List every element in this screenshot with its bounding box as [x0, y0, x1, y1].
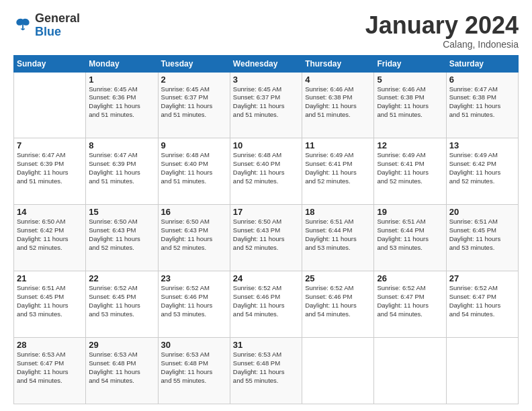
day-number: 13	[449, 140, 515, 150]
day-number: 23	[161, 273, 227, 283]
day-info: Sunrise: 6:52 AM Sunset: 6:46 PM Dayligh…	[233, 284, 299, 318]
day-number: 9	[161, 140, 227, 150]
day-number: 7	[17, 140, 83, 150]
weekday-header-tuesday: Tuesday	[158, 55, 230, 72]
day-cell	[302, 338, 374, 404]
day-info: Sunrise: 6:52 AM Sunset: 6:46 PM Dayligh…	[161, 284, 227, 318]
day-cell: 6Sunrise: 6:47 AM Sunset: 6:38 PM Daylig…	[446, 72, 518, 138]
day-cell: 13Sunrise: 6:49 AM Sunset: 6:42 PM Dayli…	[446, 138, 518, 205]
calendar-page: General Blue January 2024 Calang, Indone…	[0, 0, 532, 411]
week-row-3: 14Sunrise: 6:50 AM Sunset: 6:42 PM Dayli…	[14, 205, 519, 271]
day-cell: 25Sunrise: 6:52 AM Sunset: 6:46 PM Dayli…	[302, 271, 374, 338]
day-info: Sunrise: 6:52 AM Sunset: 6:45 PM Dayligh…	[89, 284, 154, 318]
day-info: Sunrise: 6:49 AM Sunset: 6:41 PM Dayligh…	[305, 151, 371, 185]
day-number: 30	[161, 340, 227, 350]
day-info: Sunrise: 6:47 AM Sunset: 6:39 PM Dayligh…	[17, 151, 83, 185]
day-number: 12	[377, 140, 443, 150]
title-block: January 2024 Calang, Indonesia	[365, 12, 519, 50]
day-number: 6	[449, 75, 515, 85]
day-cell: 16Sunrise: 6:50 AM Sunset: 6:43 PM Dayli…	[158, 205, 230, 271]
day-info: Sunrise: 6:51 AM Sunset: 6:44 PM Dayligh…	[305, 218, 371, 252]
day-cell	[446, 338, 518, 404]
logo-blue: Blue	[35, 25, 61, 38]
day-number: 3	[233, 75, 299, 85]
day-number: 21	[17, 273, 83, 283]
day-info: Sunrise: 6:48 AM Sunset: 6:40 PM Dayligh…	[233, 151, 299, 185]
day-cell: 27Sunrise: 6:52 AM Sunset: 6:47 PM Dayli…	[446, 271, 518, 338]
day-cell: 24Sunrise: 6:52 AM Sunset: 6:46 PM Dayli…	[230, 271, 302, 338]
day-number: 5	[377, 75, 443, 85]
day-cell: 20Sunrise: 6:51 AM Sunset: 6:45 PM Dayli…	[446, 205, 518, 271]
month-title: January 2024	[365, 12, 519, 39]
weekday-header-friday: Friday	[374, 55, 446, 72]
day-info: Sunrise: 6:45 AM Sunset: 6:37 PM Dayligh…	[233, 85, 299, 120]
day-info: Sunrise: 6:51 AM Sunset: 6:45 PM Dayligh…	[17, 284, 83, 318]
day-cell: 8Sunrise: 6:47 AM Sunset: 6:39 PM Daylig…	[86, 138, 158, 205]
day-cell: 29Sunrise: 6:53 AM Sunset: 6:48 PM Dayli…	[86, 338, 158, 404]
day-info: Sunrise: 6:50 AM Sunset: 6:42 PM Dayligh…	[17, 218, 83, 252]
weekday-header-wednesday: Wednesday	[230, 55, 302, 72]
day-cell: 5Sunrise: 6:46 AM Sunset: 6:38 PM Daylig…	[374, 72, 446, 138]
day-info: Sunrise: 6:53 AM Sunset: 6:47 PM Dayligh…	[17, 351, 83, 385]
day-number: 1	[89, 75, 154, 85]
day-number: 10	[233, 140, 299, 150]
day-cell: 15Sunrise: 6:50 AM Sunset: 6:43 PM Dayli…	[86, 205, 158, 271]
week-row-1: 1Sunrise: 6:45 AM Sunset: 6:36 PM Daylig…	[14, 72, 519, 138]
day-cell: 9Sunrise: 6:48 AM Sunset: 6:40 PM Daylig…	[158, 138, 230, 205]
day-info: Sunrise: 6:50 AM Sunset: 6:43 PM Dayligh…	[89, 218, 154, 252]
day-cell: 18Sunrise: 6:51 AM Sunset: 6:44 PM Dayli…	[302, 205, 374, 271]
day-info: Sunrise: 6:45 AM Sunset: 6:37 PM Dayligh…	[161, 85, 227, 120]
day-cell: 23Sunrise: 6:52 AM Sunset: 6:46 PM Dayli…	[158, 271, 230, 338]
day-info: Sunrise: 6:52 AM Sunset: 6:47 PM Dayligh…	[377, 284, 443, 318]
day-cell: 12Sunrise: 6:49 AM Sunset: 6:41 PM Dayli…	[374, 138, 446, 205]
weekday-header-thursday: Thursday	[302, 55, 374, 72]
week-row-5: 28Sunrise: 6:53 AM Sunset: 6:47 PM Dayli…	[14, 338, 519, 404]
day-number: 29	[89, 340, 154, 350]
week-row-2: 7Sunrise: 6:47 AM Sunset: 6:39 PM Daylig…	[14, 138, 519, 205]
day-cell: 17Sunrise: 6:50 AM Sunset: 6:43 PM Dayli…	[230, 205, 302, 271]
day-number: 15	[89, 207, 154, 217]
weekday-header-row: SundayMondayTuesdayWednesdayThursdayFrid…	[14, 55, 519, 72]
day-cell: 28Sunrise: 6:53 AM Sunset: 6:47 PM Dayli…	[14, 338, 86, 404]
day-number: 11	[305, 140, 371, 150]
day-cell	[14, 72, 86, 138]
day-number: 22	[89, 273, 154, 283]
header: General Blue January 2024 Calang, Indone…	[13, 12, 519, 50]
day-cell: 26Sunrise: 6:52 AM Sunset: 6:47 PM Dayli…	[374, 271, 446, 338]
day-number: 14	[17, 207, 83, 217]
day-number: 8	[89, 140, 154, 150]
day-number: 25	[305, 273, 371, 283]
day-info: Sunrise: 6:51 AM Sunset: 6:44 PM Dayligh…	[377, 218, 443, 252]
day-cell: 2Sunrise: 6:45 AM Sunset: 6:37 PM Daylig…	[158, 72, 230, 138]
logo-general: General	[35, 11, 80, 25]
day-info: Sunrise: 6:49 AM Sunset: 6:41 PM Dayligh…	[377, 151, 443, 185]
day-number: 4	[305, 75, 371, 85]
day-cell: 3Sunrise: 6:45 AM Sunset: 6:37 PM Daylig…	[230, 72, 302, 138]
day-cell: 30Sunrise: 6:53 AM Sunset: 6:48 PM Dayli…	[158, 338, 230, 404]
day-info: Sunrise: 6:52 AM Sunset: 6:46 PM Dayligh…	[305, 284, 371, 318]
day-cell: 19Sunrise: 6:51 AM Sunset: 6:44 PM Dayli…	[374, 205, 446, 271]
day-info: Sunrise: 6:46 AM Sunset: 6:38 PM Dayligh…	[377, 85, 443, 120]
day-info: Sunrise: 6:46 AM Sunset: 6:38 PM Dayligh…	[305, 85, 371, 120]
day-info: Sunrise: 6:52 AM Sunset: 6:47 PM Dayligh…	[449, 284, 515, 318]
day-cell: 11Sunrise: 6:49 AM Sunset: 6:41 PM Dayli…	[302, 138, 374, 205]
day-number: 31	[233, 340, 299, 350]
day-cell: 4Sunrise: 6:46 AM Sunset: 6:38 PM Daylig…	[302, 72, 374, 138]
calendar-table: SundayMondayTuesdayWednesdayThursdayFrid…	[13, 55, 519, 404]
weekday-header-sunday: Sunday	[14, 55, 86, 72]
day-info: Sunrise: 6:50 AM Sunset: 6:43 PM Dayligh…	[233, 218, 299, 252]
day-info: Sunrise: 6:47 AM Sunset: 6:38 PM Dayligh…	[449, 85, 515, 120]
day-info: Sunrise: 6:51 AM Sunset: 6:45 PM Dayligh…	[449, 218, 515, 252]
day-info: Sunrise: 6:49 AM Sunset: 6:42 PM Dayligh…	[449, 151, 515, 185]
day-number: 2	[161, 75, 227, 85]
logo: General Blue	[13, 12, 80, 39]
day-cell	[374, 338, 446, 404]
day-cell: 10Sunrise: 6:48 AM Sunset: 6:40 PM Dayli…	[230, 138, 302, 205]
day-cell: 1Sunrise: 6:45 AM Sunset: 6:36 PM Daylig…	[86, 72, 158, 138]
day-info: Sunrise: 6:48 AM Sunset: 6:40 PM Dayligh…	[161, 151, 227, 185]
day-info: Sunrise: 6:53 AM Sunset: 6:48 PM Dayligh…	[89, 351, 154, 385]
location: Calang, Indonesia	[365, 39, 519, 50]
day-cell: 21Sunrise: 6:51 AM Sunset: 6:45 PM Dayli…	[14, 271, 86, 338]
week-row-4: 21Sunrise: 6:51 AM Sunset: 6:45 PM Dayli…	[14, 271, 519, 338]
day-number: 28	[17, 340, 83, 350]
